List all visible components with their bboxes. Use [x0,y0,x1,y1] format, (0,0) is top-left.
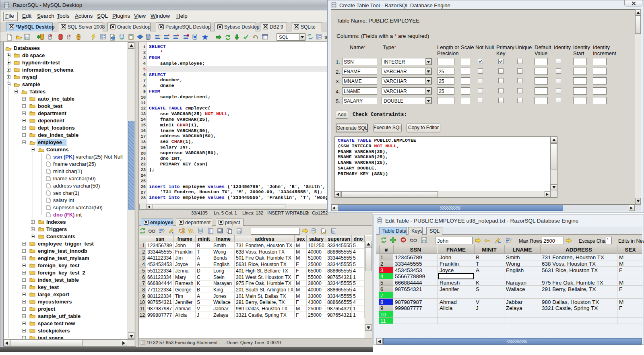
svg-text:s: s [324,34,327,40]
svg-text:S: S [199,229,202,233]
